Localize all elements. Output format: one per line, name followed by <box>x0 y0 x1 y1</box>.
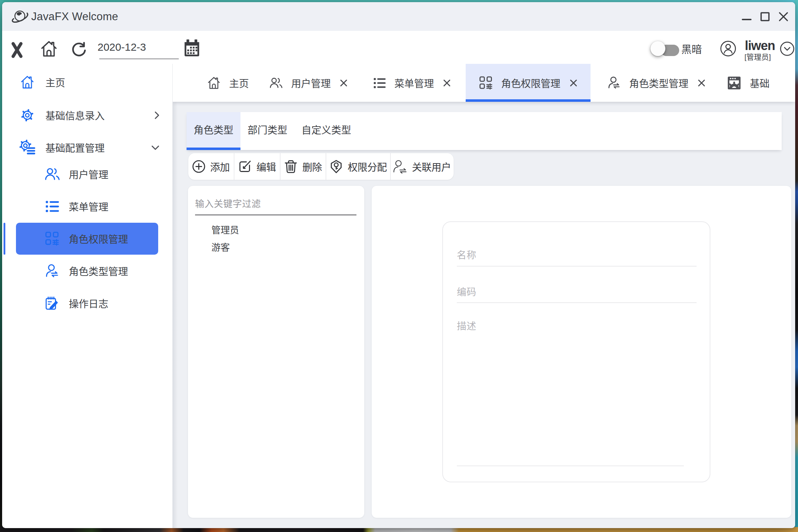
subtab-department-type[interactable]: 部门类型 <box>240 112 294 150</box>
calendar-button[interactable] <box>183 38 200 57</box>
list-icon <box>373 77 386 89</box>
filter-input[interactable]: 输入关键字过滤 <box>195 196 356 210</box>
tab-user-mgmt[interactable]: 用户管理 <box>261 64 353 102</box>
sidebar-item-label: 用户管理 <box>69 167 108 181</box>
sidebar-item-label: 基础信息录入 <box>45 108 105 122</box>
sidebar-item-menu-mgmt[interactable]: 菜单管理 <box>2 190 172 222</box>
action-add-button[interactable]: 添加 <box>188 153 234 180</box>
action-label: 关联用户 <box>412 160 451 174</box>
users-icon <box>43 166 61 182</box>
tab-home[interactable]: 主页 <box>199 64 257 102</box>
sidebar-item-label: 主页 <box>45 75 65 89</box>
subtab-bar: 角色类型 部门类型 自定义类型 <box>187 112 782 150</box>
tab-label: 菜单管理 <box>394 76 434 90</box>
subtab-label: 自定义类型 <box>301 122 351 137</box>
action-link-user-button[interactable]: 关联用户 <box>390 153 453 180</box>
list-icon <box>43 199 61 214</box>
home-button[interactable] <box>40 40 58 58</box>
log-pencil-icon <box>43 296 61 310</box>
sidebar-item-label: 角色类型管理 <box>69 264 128 278</box>
sidebar-item-label: 操作日志 <box>69 296 108 310</box>
tab-bar: 主页 用户管理 菜单管理 角色权限管理 角色类型管理 基础 <box>173 64 795 102</box>
name-underline <box>457 266 697 266</box>
app-window: JavaFX Welcome 2020-12-3 黑暗 liwen [管理员] … <box>2 2 795 528</box>
gear-lines-icon <box>18 139 36 156</box>
user-menu-chevron-button[interactable] <box>780 41 794 56</box>
sidebar-item-basic-info-entry[interactable]: 基础信息录入 <box>2 99 172 131</box>
tab-basic[interactable]: 基础 <box>719 64 778 102</box>
basic-config-mgmt-expand-icon <box>150 144 161 151</box>
app-logo-globe-icon <box>10 9 29 26</box>
maximize-button[interactable] <box>756 2 774 31</box>
role-list: 管理员 游客 <box>211 221 357 255</box>
refresh-button[interactable] <box>70 41 88 57</box>
panels: 输入关键字过滤 管理员 游客 名称 <box>188 186 795 528</box>
sidebar-item-label: 基础配置管理 <box>45 140 105 155</box>
tab-label: 用户管理 <box>291 76 331 90</box>
basic-info-entry-expand-icon <box>153 110 161 121</box>
filter-underline <box>195 215 356 215</box>
code-underline <box>457 303 697 303</box>
grid-icon <box>43 232 61 246</box>
home-icon <box>207 76 221 90</box>
minimize-button[interactable] <box>737 2 756 31</box>
name-field[interactable]: 名称 <box>457 248 697 261</box>
sidebar-item-label: 角色权限管理 <box>69 232 128 246</box>
code-field[interactable]: 编码 <box>457 284 697 298</box>
action-assign-permission-button[interactable]: 权限分配 <box>326 153 390 180</box>
subtab-label: 角色类型 <box>194 122 233 137</box>
desktop-wallpaper: JavaFX Welcome 2020-12-3 黑暗 liwen [管理员] … <box>0 0 798 532</box>
workspace-close-button[interactable] <box>11 42 23 58</box>
tab-label: 基础 <box>750 76 770 90</box>
tab-close-icon[interactable] <box>570 79 577 87</box>
role-list-panel: 输入关键字过滤 管理员 游客 <box>188 186 364 518</box>
home-icon <box>18 75 36 90</box>
toolbar: 2020-12-3 黑暗 liwen [管理员] <box>2 31 795 64</box>
tab-role-type-mgmt[interactable]: 角色类型管理 <box>599 64 711 102</box>
tab-close-icon[interactable] <box>698 79 705 87</box>
sidebar-item-home[interactable]: 主页 <box>2 66 172 98</box>
sidebar-item-role-type-mgmt[interactable]: 角色类型管理 <box>2 255 172 287</box>
desc-underline <box>457 466 684 466</box>
user-swap-icon <box>43 264 61 278</box>
subtab-role-type[interactable]: 角色类型 <box>187 112 240 150</box>
desc-field[interactable]: 描述 <box>457 318 697 332</box>
action-label: 编辑 <box>256 160 276 174</box>
sidebar-item-operation-log[interactable]: 操作日志 <box>2 287 172 319</box>
tab-close-icon[interactable] <box>443 79 451 87</box>
avatar-icon[interactable] <box>720 40 736 57</box>
tab-role-permission-mgmt[interactable]: 角色权限管理 <box>466 64 591 102</box>
tab-menu-mgmt[interactable]: 菜单管理 <box>365 64 463 102</box>
toggle-knob <box>650 41 665 56</box>
date-field[interactable]: 2020-12-3 <box>98 41 178 53</box>
role-form: 名称 编码 描述 <box>442 221 710 482</box>
action-delete-button[interactable]: 删除 <box>280 153 326 180</box>
sidebar: 主页 基础信息录入 基础配置管理 用户管理 菜单管理 角色权限管理 角色类型管理… <box>2 64 173 528</box>
tab-label: 角色类型管理 <box>629 76 688 90</box>
list-item-guest[interactable]: 游客 <box>211 238 357 255</box>
close-button[interactable] <box>774 2 793 31</box>
user-swap-icon <box>608 76 621 89</box>
desc-placeholder: 描述 <box>457 321 476 332</box>
role-detail-panel: 名称 编码 描述 <box>372 186 791 518</box>
sidebar-item-label: 菜单管理 <box>69 199 108 214</box>
code-placeholder: 编码 <box>457 287 476 298</box>
subtab-custom-type[interactable]: 自定义类型 <box>294 112 358 150</box>
tab-label: 角色权限管理 <box>501 76 560 90</box>
app-window-icon <box>727 76 741 90</box>
sidebar-item-role-permission-mgmt[interactable]: 角色权限管理 <box>2 223 172 255</box>
gear-icon <box>18 108 36 122</box>
action-edit-button[interactable]: 编辑 <box>234 153 280 180</box>
content-area: 角色类型 部门类型 自定义类型 添加 编辑 删除 权限分配 关联用户 输入关键字… <box>173 102 795 528</box>
date-value: 2020-12-3 <box>98 41 178 53</box>
edit-icon <box>238 160 252 173</box>
dark-mode-label: 黑暗 <box>681 41 702 56</box>
action-toolbar: 添加 编辑 删除 权限分配 关联用户 <box>188 153 454 180</box>
tab-close-icon[interactable] <box>340 79 348 87</box>
action-label: 删除 <box>302 160 322 174</box>
list-item-admin[interactable]: 管理员 <box>211 221 357 238</box>
subtab-label: 部门类型 <box>248 122 287 137</box>
filter-placeholder: 输入关键字过滤 <box>195 199 261 209</box>
link-user-icon <box>393 160 407 174</box>
sidebar-item-user-mgmt[interactable]: 用户管理 <box>2 158 172 190</box>
